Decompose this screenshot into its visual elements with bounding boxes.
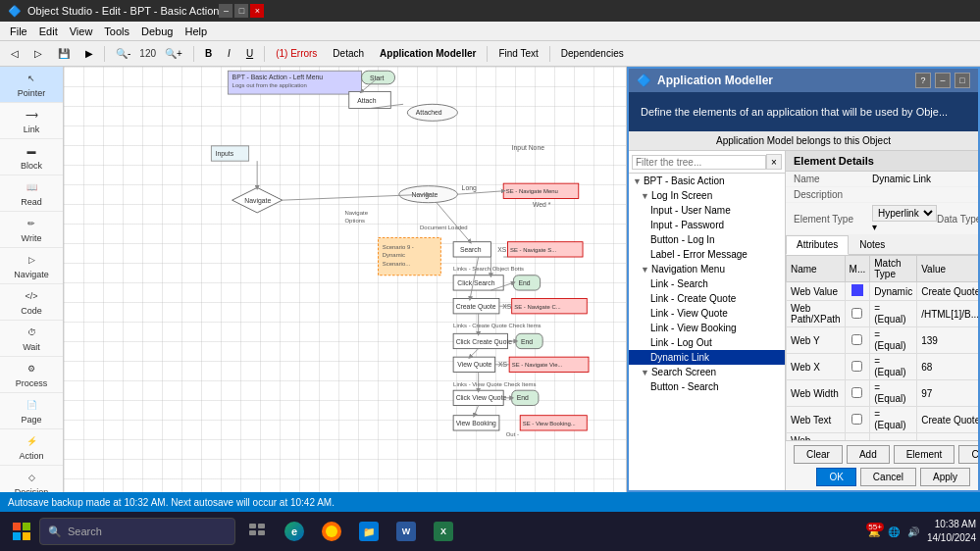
toolbox-link[interactable]: ⟶ Link	[0, 103, 63, 139]
taskbar-app-1[interactable]	[239, 514, 275, 549]
child-button[interactable]: Child	[958, 445, 978, 464]
tree-link-logout[interactable]: Link - Log Out	[629, 335, 785, 350]
table-row: Web Width = (Equal) 97	[787, 380, 979, 407]
taskbar-app-edge[interactable]: e	[277, 514, 312, 549]
attr-match-type: = (Equal)	[870, 301, 917, 327]
toolbar-app-modeller[interactable]: Application Modeller	[373, 45, 483, 62]
menu-edit[interactable]: Edit	[33, 24, 64, 39]
canvas-area[interactable]: BPT - Basic Action - Left Menu Logs out …	[64, 67, 627, 492]
tree-input-username[interactable]: Input - User Name	[629, 203, 785, 218]
taskbar-app-5[interactable]: W	[388, 514, 424, 549]
toolbox-pointer[interactable]: ↖ Pointer	[0, 67, 63, 103]
table-row: Web Value Dynamic Create Quote	[787, 282, 979, 301]
toolbox-navigate[interactable]: ▷ Navigate	[0, 248, 63, 284]
tree-root-label: BPT - Basic Action	[644, 175, 725, 186]
attributes-table: Name M... Match Type Value Web Value Dyn…	[786, 255, 978, 440]
svg-text:Inputs: Inputs	[216, 150, 234, 158]
toolbox-write[interactable]: ✏ Write	[0, 212, 63, 248]
tree-link-search[interactable]: Link - Search	[629, 276, 785, 291]
toolbar-errors[interactable]: (1) Errors	[269, 45, 324, 62]
taskbar-app-4[interactable]: 📁	[351, 514, 387, 549]
toolbox-read-label: Read	[21, 197, 42, 207]
toolbox-decision[interactable]: ◇ Decision	[0, 466, 63, 492]
col-name: Name	[787, 256, 846, 282]
toolbar-dependencies[interactable]: Dependencies	[554, 45, 631, 62]
svg-text:End: End	[521, 338, 533, 345]
taskbar-app-6[interactable]: X	[426, 514, 461, 549]
attr-checked[interactable]	[845, 380, 870, 407]
modeller-min-btn[interactable]: –	[935, 73, 951, 88]
toolbar-back[interactable]: ◁	[4, 45, 26, 62]
tree-group-nav[interactable]: ▼ Navigation Menu	[629, 262, 785, 276]
tree-filter-clear[interactable]: ×	[766, 154, 782, 170]
menu-file[interactable]: File	[4, 24, 33, 39]
toolbox-block[interactable]: ▬ Block	[0, 139, 63, 175]
toolbar-forward[interactable]: ▷	[27, 45, 49, 62]
element-button[interactable]: Element	[894, 445, 955, 464]
toolbox-page[interactable]: 📄 Page	[0, 393, 63, 429]
tree-group-search[interactable]: ▼ Search Screen	[629, 365, 785, 379]
maximize-button[interactable]: □	[234, 4, 248, 18]
taskbar-app-3[interactable]	[314, 514, 349, 549]
tree-group-login[interactable]: ▼ Log In Screen	[629, 188, 785, 203]
menu-view[interactable]: View	[64, 24, 99, 39]
taskbar-sound-icon[interactable]: 🔊	[907, 526, 919, 537]
toolbar-underline[interactable]: U	[239, 45, 260, 62]
table-row: Web X = (Equal) 68	[787, 354, 979, 380]
toolbox-navigate-label: Navigate	[14, 270, 49, 279]
toolbox-action[interactable]: ⚡ Action	[0, 429, 63, 466]
add-button[interactable]: Add	[847, 445, 890, 464]
toolbox-code[interactable]: </> Code	[0, 284, 63, 321]
tree-link-view-quote[interactable]: Link - View Quote	[629, 306, 785, 321]
toolbar-italic[interactable]: I	[221, 45, 237, 62]
toolbar-zoom-in[interactable]: 🔍+	[158, 45, 189, 62]
toolbar-find-text[interactable]: Find Text	[491, 45, 544, 62]
minimize-button[interactable]: –	[219, 4, 232, 18]
taskbar-clock[interactable]: 10:38 AM 14/10/2024	[927, 518, 976, 545]
attr-checked[interactable]	[845, 301, 870, 327]
taskbar-search-box[interactable]: 🔍 Search	[39, 518, 235, 545]
modeller-max-btn[interactable]: □	[954, 73, 970, 88]
toolbox-read[interactable]: 📖 Read	[0, 175, 63, 212]
taskbar-network-icon[interactable]: 🌐	[888, 526, 900, 537]
close-button[interactable]: ×	[250, 4, 264, 18]
toolbar-zoom-out[interactable]: 🔍-	[109, 45, 137, 62]
attr-checked[interactable]	[845, 433, 870, 441]
notification-badge: 55+	[866, 523, 884, 531]
toolbox-wait[interactable]: ⏱ Wait	[0, 321, 63, 357]
tree-link-view-booking[interactable]: Link - View Booking	[629, 321, 785, 335]
toolbox: ↖ Pointer ⟶ Link ▬ Block 📖 Read ✏ Write …	[0, 67, 64, 492]
modeller-help-btn[interactable]: ?	[915, 73, 931, 88]
tree-label-error[interactable]: Label - Error Message	[629, 247, 785, 262]
tree-filter-input[interactable]	[632, 155, 766, 170]
elem-type-select[interactable]: Hyperlink	[872, 205, 937, 222]
tab-attributes[interactable]: Attributes	[786, 235, 849, 255]
wait-icon: ⏱	[24, 325, 39, 340]
toolbar-run[interactable]: ▶	[78, 45, 100, 62]
taskbar-notification-icon[interactable]: 🔔 55+	[868, 526, 880, 537]
tree-button-search[interactable]: Button - Search	[629, 379, 785, 394]
toolbar-detach[interactable]: Detach	[326, 45, 371, 62]
attr-checked[interactable]	[845, 327, 870, 354]
attr-checked[interactable]	[845, 282, 870, 301]
tree-input-password[interactable]: Input - Password	[629, 218, 785, 232]
sep1	[104, 46, 105, 62]
attr-checked[interactable]	[845, 407, 870, 433]
tree-link-create-quote[interactable]: Link - Create Quote	[629, 291, 785, 306]
tree-dynamic-link[interactable]: Dynamic Link	[629, 350, 785, 365]
attr-checked[interactable]	[845, 354, 870, 380]
tree-root[interactable]: ▼ BPT - Basic Action	[629, 174, 785, 188]
menu-debug[interactable]: Debug	[135, 24, 179, 39]
tree-button-login[interactable]: Button - Log In	[629, 232, 785, 247]
clear-button[interactable]: Clear	[794, 445, 843, 464]
toolbox-process[interactable]: ⚙ Process	[0, 357, 63, 393]
toolbar-bold[interactable]: B	[198, 45, 219, 62]
tab-notes[interactable]: Notes	[849, 235, 896, 254]
menu-tools[interactable]: Tools	[98, 24, 135, 39]
toolbar-save[interactable]: 💾	[51, 45, 77, 62]
cancel-button[interactable]: Cancel	[860, 468, 916, 486]
menu-help[interactable]: Help	[179, 24, 213, 39]
ok-button[interactable]: OK	[816, 468, 855, 486]
start-button[interactable]	[4, 514, 39, 549]
apply-button[interactable]: Apply	[920, 468, 970, 486]
